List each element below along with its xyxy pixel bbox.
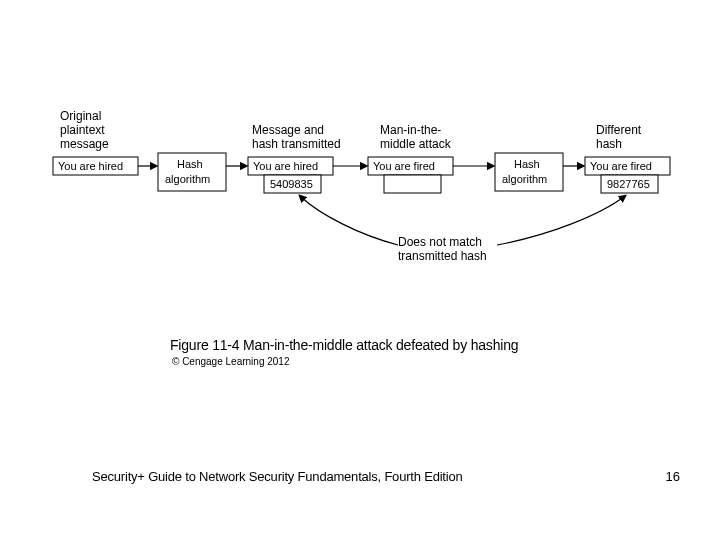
copyright-text: © Cengage Learning 2012 (172, 356, 289, 367)
box-different-hash: You are fired 9827765 (585, 157, 670, 193)
svg-text:Message and: Message and (252, 123, 324, 137)
box-hash-alg-2: Hash algorithm (495, 153, 563, 191)
svg-text:5409835: 5409835 (270, 178, 313, 190)
svg-text:hash transmitted: hash transmitted (252, 137, 341, 151)
svg-text:You are hired: You are hired (58, 160, 123, 172)
svg-text:Hash: Hash (514, 158, 540, 170)
svg-text:hash: hash (596, 137, 622, 151)
svg-text:Different: Different (596, 123, 642, 137)
box-transmitted: You are hired 5409835 (248, 157, 333, 193)
footer-text: Security+ Guide to Network Security Fund… (92, 469, 463, 484)
svg-text:Hash: Hash (177, 158, 203, 170)
figure-caption: Figure 11-4 Man-in-the-middle attack def… (170, 337, 518, 353)
svg-text:9827765: 9827765 (607, 178, 650, 190)
svg-text:algorithm: algorithm (165, 173, 210, 185)
svg-text:Man-in-the-: Man-in-the- (380, 123, 441, 137)
svg-text:You are hired: You are hired (253, 160, 318, 172)
svg-text:algorithm: algorithm (502, 173, 547, 185)
label-original: Original plaintext message (60, 109, 109, 151)
svg-text:You are fired: You are fired (590, 160, 652, 172)
svg-text:middle attack: middle attack (380, 137, 452, 151)
svg-text:You are fired: You are fired (373, 160, 435, 172)
svg-text:Does not match: Does not match (398, 235, 482, 249)
arrow-nomatch-left (300, 196, 398, 245)
label-no-match: Does not match transmitted hash (398, 235, 487, 263)
svg-rect-21 (384, 175, 441, 193)
box-mitm: You are fired (368, 157, 453, 193)
label-mitm: Man-in-the- middle attack (380, 123, 452, 151)
page-number: 16 (666, 469, 680, 484)
svg-text:plaintext: plaintext (60, 123, 105, 137)
svg-text:message: message (60, 137, 109, 151)
box-hash-alg-1: Hash algorithm (158, 153, 226, 191)
label-msg-hash: Message and hash transmitted (252, 123, 341, 151)
svg-text:transmitted hash: transmitted hash (398, 249, 487, 263)
label-diff-hash: Different hash (596, 123, 642, 151)
svg-text:Original: Original (60, 109, 101, 123)
arrow-nomatch-right (497, 196, 625, 245)
box-plaintext: You are hired (53, 157, 138, 175)
